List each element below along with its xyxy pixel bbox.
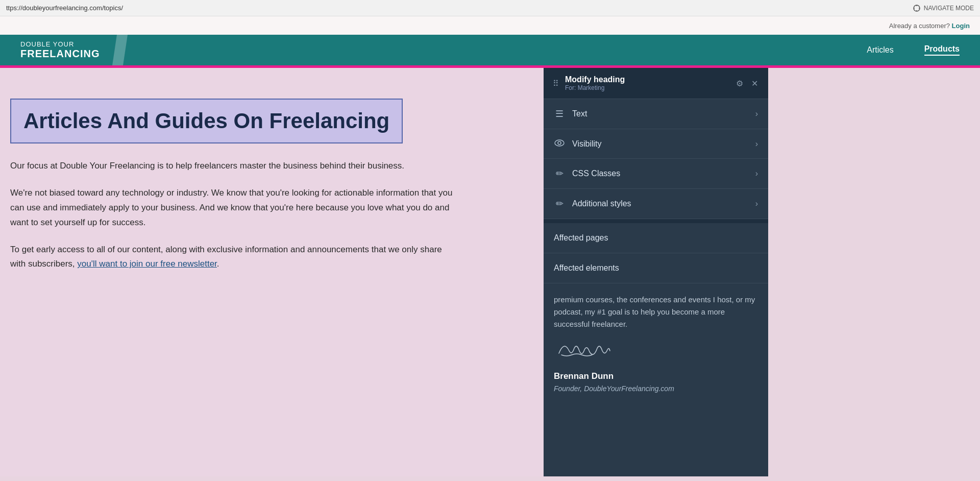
text-menu-icon: ☰ [554,108,565,119]
panel-header: ⠿ Modify heading For: Marketing ⚙ ✕ [544,68,768,99]
content-area: Articles And Guides On Freelancing Our f… [0,68,544,476]
panel-header-actions: ⚙ ✕ [735,78,759,89]
css-classes-menu-label: CSS Classes [572,169,620,178]
menu-item-additional-styles[interactable]: ✏ Additional styles › [544,189,768,219]
nav-articles[interactable]: Articles [867,45,893,55]
svg-point-5 [555,140,564,146]
css-classes-menu-icon: ✏ [554,168,565,179]
affected-pages-label: Affected pages [554,233,608,243]
visibility-menu-arrow: › [755,139,758,149]
site-navigation: Articles Products [867,44,960,56]
navigate-mode-button[interactable]: NAVIGATE MODE [913,4,974,12]
panel-title: Modify heading [565,75,729,84]
main-layout: Articles And Guides On Freelancing Our f… [0,68,980,476]
logo-slash-decoration [112,35,128,65]
navigate-mode-label: NAVIGATE MODE [924,5,974,12]
visibility-menu-icon [554,138,565,149]
signature-image [554,335,615,361]
url-display: ttps://doubleyourfreelancing.com/topics/ [6,4,123,12]
affected-elements-label: Affected elements [554,263,619,273]
panel-subtitle: For: Marketing [565,84,729,91]
customer-bar-text: Already a customer? [889,22,950,30]
content-text: Our focus at Double Your Freelancing is … [10,159,454,272]
menu-item-visibility[interactable]: Visibility › [544,129,768,159]
menu-item-text[interactable]: ☰ Text › [544,99,768,129]
content-para-3-before: To get early access to all of our conten… [10,245,442,269]
additional-styles-menu-icon: ✏ [554,198,565,209]
content-para-2: We're not biased toward any technology o… [10,186,454,230]
content-para-3-after: . [217,259,219,269]
modify-heading-panel: ⠿ Modify heading For: Marketing ⚙ ✕ ☰ Te… [544,68,768,476]
customer-bar: Already a customer? Login [0,16,980,35]
menu-item-css-classes[interactable]: ✏ CSS Classes › [544,159,768,189]
panel-drag-handle[interactable]: ⠿ [553,79,559,88]
css-classes-menu-arrow: › [755,169,758,178]
text-menu-arrow: › [755,109,758,118]
text-menu-label: Text [572,109,587,118]
svg-point-6 [558,141,561,145]
additional-styles-menu-arrow: › [755,199,758,208]
panel-lower-text: premium courses, the conferences and eve… [554,294,758,330]
browser-bar: ttps://doubleyourfreelancing.com/topics/… [0,0,980,16]
site-header: DOUBLE YOUR FREELANCING Articles Product… [0,35,980,65]
page-heading: Articles And Guides On Freelancing [10,99,403,143]
content-para-1: Our focus at Double Your Freelancing is … [10,159,454,174]
logo-top-line: DOUBLE YOUR [20,40,100,48]
author-name: Brennan Dunn [554,369,758,383]
panel-title-group: Modify heading For: Marketing [565,75,729,91]
affected-elements-item[interactable]: Affected elements [544,253,768,283]
login-link[interactable]: Login [952,22,970,30]
panel-lower-content: premium courses, the conferences and eve… [544,283,768,405]
logo-bottom-line: FREELANCING [20,48,100,60]
panel-divider [544,219,768,223]
additional-styles-menu-label: Additional styles [572,199,631,208]
content-para-3: To get early access to all of our conten… [10,243,454,272]
author-title: Founder, DoubleYourFreelancing.com [554,383,758,394]
nav-products[interactable]: Products [924,44,960,56]
panel-settings-button[interactable]: ⚙ [735,78,744,89]
panel-close-button[interactable]: ✕ [750,78,759,89]
affected-pages-item[interactable]: Affected pages [544,223,768,253]
newsletter-link[interactable]: you'll want to join our free newsletter [77,259,217,269]
site-logo[interactable]: DOUBLE YOUR FREELANCING [20,40,100,60]
visibility-menu-label: Visibility [572,139,602,149]
